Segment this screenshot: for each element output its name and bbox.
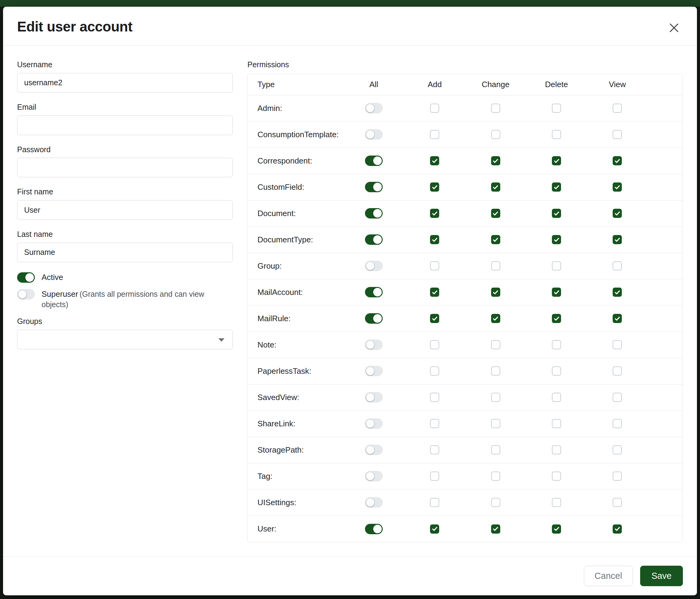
email-input[interactable] [17, 116, 233, 135]
modal-title: Edit user account [17, 18, 132, 35]
permission-add-checkbox[interactable] [430, 524, 439, 534]
permission-change-checkbox[interactable] [491, 183, 500, 192]
last-name-field-group: Last name [17, 229, 233, 262]
permission-add-checkbox[interactable] [430, 183, 439, 192]
username-input[interactable] [17, 73, 233, 93]
permission-delete-checkbox[interactable] [552, 288, 561, 297]
permission-change-checkbox[interactable] [491, 130, 500, 139]
permission-add-checkbox[interactable] [430, 261, 439, 270]
permission-delete-checkbox[interactable] [552, 156, 561, 165]
permission-change-checkbox[interactable] [491, 261, 500, 270]
permission-all-toggle[interactable] [365, 366, 383, 376]
permission-all-toggle[interactable] [365, 103, 383, 113]
permission-change-checkbox[interactable] [491, 103, 500, 113]
permission-delete-checkbox[interactable] [552, 524, 561, 534]
permission-change-checkbox[interactable] [491, 445, 500, 454]
chevron-down-icon [218, 338, 224, 342]
active-toggle[interactable] [17, 272, 35, 283]
permission-delete-checkbox[interactable] [552, 340, 561, 349]
permission-change-checkbox[interactable] [491, 472, 500, 481]
permission-all-toggle[interactable] [365, 524, 383, 534]
permission-change-checkbox[interactable] [491, 340, 500, 349]
permission-all-toggle[interactable] [365, 445, 383, 455]
permission-change-checkbox[interactable] [491, 288, 500, 297]
permission-all-toggle[interactable] [365, 392, 383, 403]
permission-all-toggle[interactable] [365, 155, 383, 166]
permissions-table: Type All Add Change Delete View Admin:Co… [247, 74, 683, 543]
permission-add-checkbox[interactable] [430, 314, 439, 323]
permission-view-checkbox[interactable] [612, 393, 622, 402]
permission-all-toggle[interactable] [365, 339, 383, 350]
permission-view-checkbox[interactable] [612, 261, 622, 270]
save-button[interactable]: Save [640, 566, 683, 586]
permission-add-checkbox[interactable] [430, 209, 439, 218]
permission-view-checkbox[interactable] [612, 314, 622, 323]
permission-view-checkbox[interactable] [612, 340, 622, 349]
permission-delete-checkbox[interactable] [552, 130, 561, 139]
permission-delete-checkbox[interactable] [552, 472, 561, 481]
permission-add-checkbox[interactable] [430, 419, 439, 428]
permission-add-checkbox[interactable] [430, 393, 439, 402]
permission-add-checkbox[interactable] [430, 235, 439, 244]
close-button[interactable] [665, 19, 683, 37]
permission-delete-checkbox[interactable] [552, 235, 561, 244]
superuser-toggle[interactable] [17, 289, 35, 300]
permission-delete-checkbox[interactable] [552, 261, 561, 270]
permission-change-checkbox[interactable] [491, 156, 500, 165]
last-name-input[interactable] [17, 243, 233, 262]
first-name-input[interactable] [17, 200, 233, 220]
permission-add-checkbox[interactable] [430, 156, 439, 165]
groups-select[interactable] [17, 330, 233, 349]
permission-change-checkbox[interactable] [491, 235, 500, 244]
permission-delete-checkbox[interactable] [552, 314, 561, 323]
permission-view-checkbox[interactable] [612, 472, 622, 481]
password-input[interactable] [17, 158, 233, 177]
permission-delete-checkbox[interactable] [552, 103, 561, 113]
permission-add-checkbox[interactable] [430, 498, 439, 507]
permission-view-checkbox[interactable] [612, 130, 622, 139]
permission-change-checkbox[interactable] [491, 524, 500, 534]
permission-delete-checkbox[interactable] [552, 366, 561, 376]
permission-view-checkbox[interactable] [612, 288, 622, 297]
permission-view-checkbox[interactable] [612, 156, 622, 165]
permission-all-toggle[interactable] [365, 129, 383, 140]
permission-change-checkbox[interactable] [491, 393, 500, 402]
permission-view-checkbox[interactable] [612, 209, 622, 218]
permission-all-toggle[interactable] [365, 182, 383, 192]
permission-view-checkbox[interactable] [612, 366, 622, 376]
permission-view-checkbox[interactable] [612, 235, 622, 244]
permission-add-checkbox[interactable] [430, 445, 439, 454]
permission-view-checkbox[interactable] [612, 445, 622, 454]
permission-delete-checkbox[interactable] [552, 183, 561, 192]
permission-view-checkbox[interactable] [612, 183, 622, 192]
permission-view-checkbox[interactable] [612, 103, 622, 113]
permission-change-checkbox[interactable] [491, 498, 500, 507]
permission-all-toggle[interactable] [365, 471, 383, 481]
permission-delete-checkbox[interactable] [552, 445, 561, 454]
permission-change-checkbox[interactable] [491, 314, 500, 323]
permission-all-toggle[interactable] [365, 234, 383, 245]
permission-all-toggle[interactable] [365, 497, 383, 508]
permission-delete-checkbox[interactable] [552, 419, 561, 428]
permission-add-checkbox[interactable] [430, 366, 439, 376]
permission-view-checkbox[interactable] [612, 498, 622, 507]
permission-all-toggle[interactable] [365, 313, 383, 324]
permission-view-checkbox[interactable] [612, 524, 622, 534]
permission-add-checkbox[interactable] [430, 103, 439, 113]
permission-all-toggle[interactable] [365, 287, 383, 297]
permission-delete-checkbox[interactable] [552, 498, 561, 507]
permission-add-checkbox[interactable] [430, 472, 439, 481]
permission-delete-checkbox[interactable] [552, 393, 561, 402]
permission-add-checkbox[interactable] [430, 130, 439, 139]
permission-add-checkbox[interactable] [430, 340, 439, 349]
permission-view-checkbox[interactable] [612, 419, 622, 428]
permission-all-toggle[interactable] [365, 208, 383, 218]
permission-add-checkbox[interactable] [430, 288, 439, 297]
permission-all-toggle[interactable] [365, 418, 383, 429]
cancel-button[interactable]: Cancel [584, 566, 633, 586]
permission-change-checkbox[interactable] [491, 209, 500, 218]
permission-change-checkbox[interactable] [491, 366, 500, 376]
permission-change-checkbox[interactable] [491, 419, 500, 428]
permission-all-toggle[interactable] [365, 261, 383, 271]
permission-delete-checkbox[interactable] [552, 209, 561, 218]
